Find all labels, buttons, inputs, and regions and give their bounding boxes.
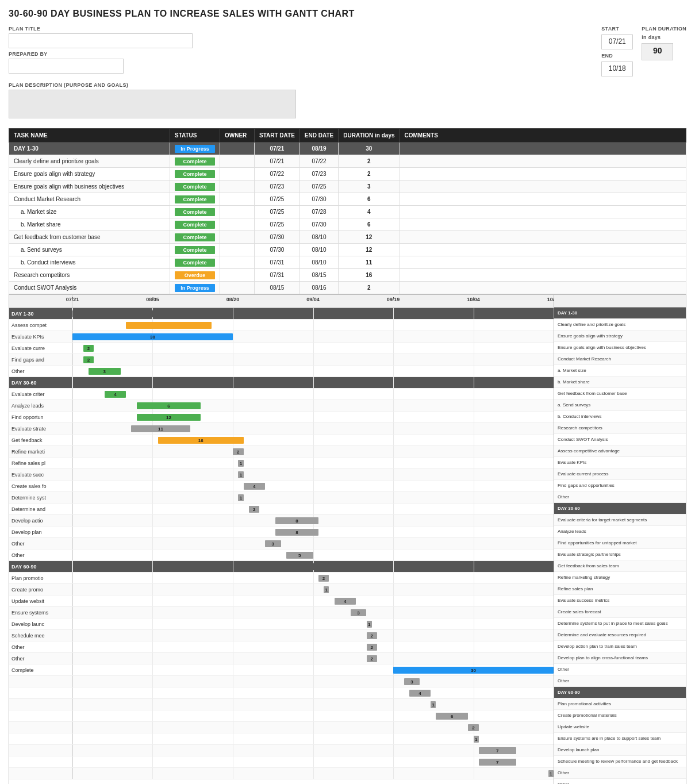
gantt-row-label: DAY 1-30 xyxy=(9,308,72,319)
gantt-row: DAY 1-30 xyxy=(9,308,554,320)
legend-item: Develop launch plan xyxy=(554,744,686,756)
gantt-bar-area: 2 xyxy=(72,722,554,733)
task-name: b. Conduct interviews xyxy=(9,256,170,269)
task-name: Ensure goals align with business objecti… xyxy=(9,180,170,193)
gantt-row-label xyxy=(9,733,72,744)
gantt-row-label: Evaluate curre xyxy=(9,343,72,353)
duration-unit: in days xyxy=(642,34,686,40)
gantt-bar-area: 7 xyxy=(72,745,554,756)
gantt-bar-area: 2 xyxy=(72,343,554,353)
task-duration: 2 xyxy=(339,168,400,180)
legend-item: Evaluate current process xyxy=(554,468,686,480)
plan-title-input[interactable] xyxy=(9,33,193,48)
gantt-corner xyxy=(9,295,72,308)
gantt-bar-area: 1 xyxy=(72,492,554,503)
gantt-date-label: 09/04 xyxy=(306,297,320,302)
gantt-bar: 5 xyxy=(286,552,313,559)
gantt-date-label: 07/21 xyxy=(66,297,79,302)
task-start: 07/22 xyxy=(255,168,300,180)
task-comments xyxy=(400,206,686,218)
gantt-row-label: Find opportun xyxy=(9,412,72,422)
legend-item: Research competitors xyxy=(554,422,686,434)
gantt-bar-area: 2 xyxy=(72,630,554,641)
gantt-row-label: Develop plan xyxy=(9,526,72,537)
gantt-bar xyxy=(308,563,329,570)
gantt-row: Other2 xyxy=(9,653,554,664)
gantt-bar: 1 xyxy=(474,736,479,743)
gantt-row-label: DAY 30-60 xyxy=(9,377,72,388)
th-start: START DATE xyxy=(255,129,300,143)
th-end: END DATE xyxy=(299,129,338,143)
task-duration: 2 xyxy=(339,155,400,168)
legend-item: Other xyxy=(554,491,686,503)
day-header-task: DAY 1-30 xyxy=(9,143,170,155)
gantt-bar xyxy=(72,310,233,317)
gantt-row: 1 xyxy=(9,699,554,710)
task-comments xyxy=(400,218,686,231)
task-start: 07/31 xyxy=(255,256,300,269)
task-start: 07/30 xyxy=(255,244,300,256)
gantt-bar: 8 xyxy=(275,529,318,536)
end-date: 10/18 xyxy=(601,62,633,76)
task-status: Complete xyxy=(170,256,220,269)
task-owner xyxy=(220,282,255,294)
gantt-bar: 1 xyxy=(238,494,243,501)
gantt-row: Evaluate strate11 xyxy=(9,423,554,435)
gantt-bar: 1 xyxy=(324,586,329,593)
gantt-bar-area: 30 xyxy=(72,664,554,675)
gantt-bar: 2 xyxy=(367,655,378,662)
gantt-row-label: Find gaps and xyxy=(9,354,72,365)
gantt-bar xyxy=(105,379,126,386)
gantt-bar-area: 1 xyxy=(72,584,554,595)
task-owner xyxy=(220,206,255,218)
gantt-bar: 1 xyxy=(238,460,243,467)
legend-item: Find opportunities for untapped market xyxy=(554,537,686,549)
task-start: 07/23 xyxy=(255,180,300,193)
task-end: 08/10 xyxy=(299,256,338,269)
gantt-row: Refine sales pl1 xyxy=(9,458,554,469)
start-group: START 07/21 END 10/18 xyxy=(601,26,633,76)
task-start: 08/15 xyxy=(255,282,300,294)
task-name: a. Send surveys xyxy=(9,244,170,256)
task-end: 07/23 xyxy=(299,168,338,180)
gantt-row: 3 xyxy=(9,676,554,687)
plan-title-label: PLAN TITLE xyxy=(9,26,590,32)
task-name: Research competitors xyxy=(9,269,170,282)
task-owner xyxy=(220,269,255,282)
gantt-bar: 1 xyxy=(367,621,372,628)
gantt-bar: 4 xyxy=(409,690,431,697)
legend-item: Refine marketing strategy xyxy=(554,572,686,583)
legend-item: Plan promotional activities xyxy=(554,698,686,710)
gantt-legend: DAY 1-30Clearly define and prioritize go… xyxy=(554,295,686,784)
legend-item: a. Send surveys xyxy=(554,399,686,411)
gantt-row: Ensure systems3 xyxy=(9,607,554,618)
task-comments xyxy=(400,244,686,256)
gantt-bar-area: 1 xyxy=(72,618,554,629)
legend-item: Refine sales plan xyxy=(554,583,686,595)
gantt-row: DAY 30-60 xyxy=(9,377,554,389)
prepared-by-input[interactable] xyxy=(9,59,124,74)
gantt-date-label: 10/04 xyxy=(467,297,480,302)
gantt-bar: 2 xyxy=(249,506,260,513)
gantt-row-label xyxy=(9,676,72,687)
task-owner xyxy=(220,231,255,244)
gantt-row-label: Evaluate criter xyxy=(9,389,72,399)
gantt-bar-area xyxy=(72,308,554,319)
gantt-bar: 3 xyxy=(351,609,367,616)
legend-item: Develop action plan to train sales team xyxy=(554,641,686,652)
legend-item: Other xyxy=(554,664,686,675)
gantt-bar: 2 xyxy=(233,448,244,455)
gantt-bar-area: 4 xyxy=(72,595,554,606)
description-input[interactable] xyxy=(9,90,296,118)
gantt-bar-area: 3 xyxy=(72,607,554,618)
task-owner xyxy=(220,168,255,180)
gantt-row-label: Plan promotio xyxy=(9,572,72,583)
gantt-row: 1 xyxy=(9,733,554,745)
gantt-bar: 2 xyxy=(367,632,378,639)
task-owner xyxy=(220,244,255,256)
gantt-row: 1 xyxy=(9,768,554,779)
gantt-bar: 2 xyxy=(318,575,329,582)
gantt-row: Develop launc1 xyxy=(9,618,554,630)
gantt-row-label: Evaluate strate xyxy=(9,423,72,434)
th-status: STATUS xyxy=(170,129,220,143)
